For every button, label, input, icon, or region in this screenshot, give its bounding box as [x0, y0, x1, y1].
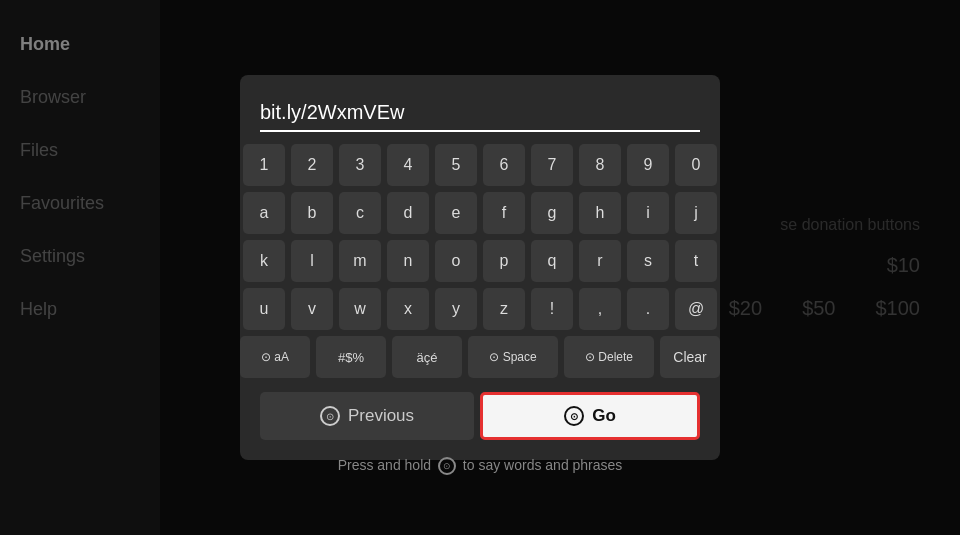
key-b[interactable]: b [291, 192, 333, 234]
key-p[interactable]: p [483, 240, 525, 282]
key-l[interactable]: l [291, 240, 333, 282]
key-at[interactable]: @ [675, 288, 717, 330]
hint-press: Press and hold [338, 457, 435, 473]
key-e[interactable]: e [435, 192, 477, 234]
key-t[interactable]: t [675, 240, 717, 282]
keyboard-modal: 1 2 3 4 5 6 7 8 9 0 a b c d e f g h [240, 75, 720, 460]
key-f[interactable]: f [483, 192, 525, 234]
key-clear[interactable]: Clear [660, 336, 720, 378]
hint-circle-icon: ⊙ [438, 457, 456, 475]
key-5[interactable]: 5 [435, 144, 477, 186]
key-4[interactable]: 4 [387, 144, 429, 186]
hint-text: Press and hold ⊙ to say words and phrase… [0, 457, 960, 475]
key-period[interactable]: . [627, 288, 669, 330]
key-w[interactable]: w [339, 288, 381, 330]
key-r[interactable]: r [579, 240, 621, 282]
key-delete[interactable]: ⊙ Delete [564, 336, 654, 378]
key-9[interactable]: 9 [627, 144, 669, 186]
key-accents[interactable]: äçé [392, 336, 462, 378]
key-n[interactable]: n [387, 240, 429, 282]
key-exclaim[interactable]: ! [531, 288, 573, 330]
row-a-j: a b c d e f g h i j [260, 192, 700, 234]
key-m[interactable]: m [339, 240, 381, 282]
go-button[interactable]: ⊙ Go [480, 392, 700, 440]
key-3[interactable]: 3 [339, 144, 381, 186]
key-u[interactable]: u [243, 288, 285, 330]
number-row: 1 2 3 4 5 6 7 8 9 0 [260, 144, 700, 186]
row-u-at: u v w x y z ! , . @ [260, 288, 700, 330]
key-k[interactable]: k [243, 240, 285, 282]
previous-button[interactable]: ⊙ Previous [260, 392, 474, 440]
key-q[interactable]: q [531, 240, 573, 282]
key-symbols[interactable]: #$% [316, 336, 386, 378]
go-icon: ⊙ [564, 406, 584, 426]
key-j[interactable]: j [675, 192, 717, 234]
key-8[interactable]: 8 [579, 144, 621, 186]
key-1[interactable]: 1 [243, 144, 285, 186]
key-c[interactable]: c [339, 192, 381, 234]
key-o[interactable]: o [435, 240, 477, 282]
key-6[interactable]: 6 [483, 144, 525, 186]
key-mode[interactable]: ⊙ aA [240, 336, 310, 378]
hint-say: to say words and phrases [463, 457, 623, 473]
keyboard-rows: 1 2 3 4 5 6 7 8 9 0 a b c d e f g h [260, 144, 700, 378]
action-row: ⊙ Previous ⊙ Go [260, 392, 700, 440]
key-a[interactable]: a [243, 192, 285, 234]
go-label: Go [592, 406, 616, 426]
key-x[interactable]: x [387, 288, 429, 330]
key-i[interactable]: i [627, 192, 669, 234]
key-y[interactable]: y [435, 288, 477, 330]
key-h[interactable]: h [579, 192, 621, 234]
key-g[interactable]: g [531, 192, 573, 234]
key-comma[interactable]: , [579, 288, 621, 330]
key-0[interactable]: 0 [675, 144, 717, 186]
previous-label: Previous [348, 406, 414, 426]
key-v[interactable]: v [291, 288, 333, 330]
row-k-t: k l m n o p q r s t [260, 240, 700, 282]
key-2[interactable]: 2 [291, 144, 333, 186]
special-keys-row: ⊙ aA #$% äçé ⊙ Space ⊙ Delete Clear [260, 336, 700, 378]
key-z[interactable]: z [483, 288, 525, 330]
key-7[interactable]: 7 [531, 144, 573, 186]
url-input[interactable] [260, 95, 700, 132]
key-d[interactable]: d [387, 192, 429, 234]
key-space[interactable]: ⊙ Space [468, 336, 558, 378]
key-s[interactable]: s [627, 240, 669, 282]
modal-overlay: 1 2 3 4 5 6 7 8 9 0 a b c d e f g h [0, 0, 960, 535]
previous-icon: ⊙ [320, 406, 340, 426]
